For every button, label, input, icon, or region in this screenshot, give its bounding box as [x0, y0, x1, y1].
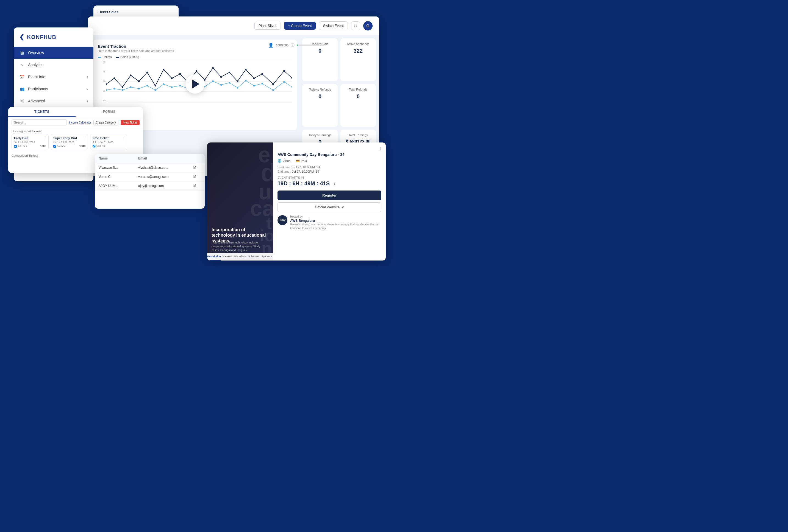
ticket-name: Super Early Bird — [53, 137, 77, 140]
participants-card: Name Email Vivasvan S... vivshast@cisco.… — [95, 154, 205, 209]
chart-dot — [138, 80, 140, 82]
start-time-label: Start time : — [277, 165, 292, 169]
new-ticket-button[interactable]: New Ticket — [121, 120, 140, 125]
sold-out-badge: Sold Out — [53, 145, 66, 148]
ticket-item-header: Early Bird ⋮ — [14, 137, 46, 140]
traction-chart-area: 50 45 40 35 30 — [98, 61, 292, 107]
create-event-button[interactable]: + Create Event — [284, 22, 316, 29]
virtual-tag: 🌐 Virtual — [277, 159, 291, 163]
chart-dot — [122, 89, 123, 91]
plan-badge-button[interactable]: Plan: Silver — [254, 22, 281, 29]
ticket-options[interactable]: ⋮ — [43, 137, 46, 140]
nav-arrow-advanced: › — [87, 99, 88, 103]
table-row[interactable]: Vivasvan S... vivshast@cisco.co... M — [95, 163, 205, 172]
chart-dot — [229, 71, 230, 73]
event-meta: 🌐 Virtual 💳 Paid — [277, 159, 381, 163]
ticket-options[interactable]: ⋮ — [122, 137, 125, 140]
ticket-options[interactable]: ⋮ — [83, 137, 85, 140]
chart-dot — [146, 85, 148, 86]
chart-dot — [261, 83, 263, 84]
participant-email: vivshast@cisco.co... — [134, 163, 190, 172]
participants-table: Name Email Vivasvan S... vivshast@cisco.… — [95, 154, 205, 190]
nav-icon-participants: 👥 — [19, 87, 25, 91]
chart-dot — [163, 69, 164, 70]
income-calculator-link[interactable]: Income Calculator — [69, 121, 91, 124]
tickets-legend-dot — [98, 57, 101, 58]
chart-dot — [179, 73, 181, 75]
start-time-value: Jul 27, 10:00PM IST — [293, 165, 320, 169]
ticket-item-header: Free Ticket ⋮ — [93, 137, 125, 140]
host-avatar: HERO — [277, 215, 288, 225]
ticket-sales-title: Ticket Sales — [98, 10, 174, 14]
ticket-item-free-ticket: Free Ticket ⋮ Jul 1 - Jul 31, 2023 Sold … — [90, 134, 127, 150]
event-tab-description[interactable]: Description — [207, 253, 221, 261]
host-info: Hosted by AWS Bengaluru GreenBiz Group i… — [290, 215, 381, 230]
ticket-item-header: Super Early Bird ⋮ — [53, 137, 85, 140]
tickets-legend-label: Tickets — [102, 55, 112, 59]
sidebar-item-participants[interactable]: 👥 Participants › — [14, 83, 94, 95]
register-button[interactable]: Register — [277, 190, 381, 200]
sidebar-item-advanced[interactable]: ⚙ Advanced › — [14, 95, 94, 107]
ticket-date: Jul 1 - Jul 31, 2023 — [53, 141, 85, 144]
sold-out-checkbox[interactable] — [93, 145, 95, 147]
event-cover-tabs: DescriptionSpeakersWorkshopsScheduleSpon… — [207, 253, 273, 261]
ticket-footer: Sold Out — [93, 145, 125, 147]
chart-dot — [146, 71, 148, 73]
paid-tag: 💳 Paid — [296, 159, 307, 163]
share-small-icon[interactable]: ⤴ — [334, 182, 335, 186]
sidebar-item-analytics[interactable]: ∿ Analytics — [14, 59, 94, 71]
chart-dot — [114, 88, 115, 89]
share-icon[interactable]: ⤴ — [379, 147, 381, 151]
nav-icon-advanced: ⚙ — [19, 99, 25, 103]
event-tab-workshops[interactable]: Workshops — [234, 253, 247, 261]
stat-value: 0 — [307, 48, 333, 54]
sold-out-checkbox[interactable] — [53, 145, 56, 148]
chart-dot — [237, 87, 238, 88]
host-description: GreenBiz Group is a media and events com… — [290, 223, 381, 230]
sidebar-logo: ❮ KONFHUB — [14, 27, 94, 47]
event-info-card: e d u ca t io n Incorporation of technol… — [207, 142, 386, 261]
chart-dot — [163, 83, 164, 85]
sidebar-item-event-info[interactable]: 📅 Event Info › — [14, 71, 94, 83]
participant-extra: M — [190, 163, 205, 172]
chart-dot — [138, 88, 140, 89]
table-row[interactable]: AJOY KUM... ajoy@amagi.com M — [95, 181, 205, 190]
chart-dot — [253, 77, 255, 79]
play-icon — [192, 80, 199, 88]
ticket-items-row: Early Bird ⋮ Jul 1 - Jul 31, 2023 Sold O… — [8, 134, 143, 150]
sales-legend-label: Sales (x1000) — [120, 55, 139, 59]
stat-label: Today's Earnings — [307, 134, 333, 137]
event-cover-subtitle: How to strengthen technology inclusion p… — [212, 241, 269, 252]
progress-bar-fill — [297, 44, 298, 46]
hosted-by-label: Hosted by — [290, 215, 381, 218]
table-row[interactable]: Varun C varun.c@amagi.com M — [95, 172, 205, 181]
traction-subtitle: Here is the trend of your ticket sale an… — [98, 49, 292, 53]
switch-event-button[interactable]: Switch Event — [319, 21, 348, 30]
participant-name: Vivasvan S... — [95, 163, 134, 172]
event-tab-speakers[interactable]: Speakers — [221, 253, 234, 261]
nav-icon-analytics: ∿ — [19, 63, 25, 67]
official-website-button[interactable]: Official Website ↗ — [277, 202, 381, 212]
sold-out-checkbox[interactable] — [14, 145, 17, 148]
progress-info-icon[interactable]: ⓘ — [291, 43, 295, 48]
end-time-value: Jul 27, 10:00PM IST — [292, 170, 319, 173]
ticket-search-input[interactable] — [12, 119, 67, 125]
ticket-name: Early Bird — [14, 137, 28, 140]
user-avatar[interactable]: G — [363, 21, 373, 30]
chart-dot — [106, 89, 107, 91]
sold-out-badge: Sold Out — [93, 145, 105, 147]
video-play-button[interactable] — [185, 75, 205, 94]
paid-label: Paid — [301, 159, 307, 163]
nav-label-overview: Overview — [28, 50, 44, 55]
uncategorized-label: Uncategorized Tickets — [8, 128, 143, 134]
event-tab-sponsors[interactable]: Sponsors — [260, 253, 273, 261]
stat-value: 0 — [307, 93, 333, 100]
chart-legend: Tickets Sales (x1000) — [98, 55, 292, 59]
tab-tickets[interactable]: TICKETS — [8, 107, 76, 117]
sidebar-item-overview[interactable]: ▦ Overview — [14, 47, 94, 59]
chart-dot — [212, 80, 214, 82]
create-category-button[interactable]: Create Category — [94, 120, 118, 125]
event-tab-schedule[interactable]: Schedule — [247, 253, 260, 261]
tab-forms[interactable]: FORMS — [76, 107, 143, 117]
dots-menu-button[interactable]: ⠿ — [351, 21, 360, 30]
